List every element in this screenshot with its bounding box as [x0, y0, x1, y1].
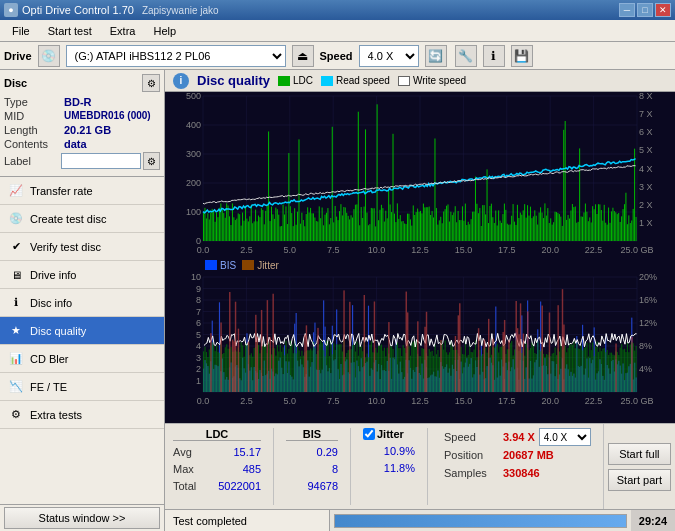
speed-label: Speed: [320, 50, 353, 62]
progress-track: 100.0%: [334, 514, 627, 528]
disc-title: Disc: [4, 77, 27, 89]
sidebar-item-create-test-disc[interactable]: 💿 Create test disc: [0, 205, 164, 233]
info-button[interactable]: ℹ: [483, 45, 505, 67]
transfer-rate-icon: 📈: [8, 183, 24, 199]
eject-button[interactable]: ⏏: [292, 45, 314, 67]
disc-options-button[interactable]: ⚙: [142, 74, 160, 92]
separator-2: [350, 428, 351, 505]
progress-fill: [335, 515, 626, 527]
app-icon: ●: [4, 3, 18, 17]
disc-mid-val: UMEBDR016 (000): [64, 110, 151, 122]
progress-container: 100.0%: [330, 510, 631, 531]
legend-jitter: Jitter: [242, 260, 279, 271]
disc-header: Disc ⚙: [4, 74, 160, 92]
ldc-avg-row: Avg 15.17: [173, 443, 261, 460]
nav-label-drive-info: Drive info: [30, 269, 76, 281]
jitter-max-row: 11.8%: [363, 459, 415, 476]
progress-label: 100.0%: [463, 527, 497, 528]
menu-help[interactable]: Help: [145, 23, 184, 39]
legend-read-speed-label: Read speed: [336, 75, 390, 86]
samples-row: Samples 330846: [444, 464, 591, 482]
sidebar-item-drive-info[interactable]: 🖥 Drive info: [0, 261, 164, 289]
ldc-max-row: Max 485: [173, 460, 261, 477]
label-icon-button[interactable]: ⚙: [143, 152, 160, 170]
separator-3: [427, 428, 428, 505]
status-text: Test completed: [165, 510, 330, 531]
sidebar-item-cd-bler[interactable]: 📊 CD Bler: [0, 345, 164, 373]
avg-label: Avg: [173, 446, 205, 458]
sidebar-item-verify-test-disc[interactable]: ✔ Verify test disc: [0, 233, 164, 261]
menu-extra[interactable]: Extra: [102, 23, 144, 39]
bis-stats: BIS 0.29 8 94678: [286, 428, 338, 505]
verify-test-disc-icon: ✔: [8, 239, 24, 255]
speed-row: Speed 3.94 X 4.0 X: [444, 428, 591, 446]
status-window-button[interactable]: Status window >>: [4, 507, 160, 529]
ldc-stats: LDC Avg 15.17 Max 485 Total 5022001: [173, 428, 261, 505]
menu-file[interactable]: File: [4, 23, 38, 39]
jitter-color-box: [242, 260, 254, 270]
bis-avg-row: 0.29: [286, 443, 338, 460]
sidebar-item-disc-info[interactable]: ℹ Disc info: [0, 289, 164, 317]
ldc-max-val: 485: [209, 463, 261, 475]
sidebar: Disc ⚙ Type BD-R MID UMEBDR016 (000) Len…: [0, 70, 165, 531]
nav-label-disc-quality: Disc quality: [30, 325, 86, 337]
disc-contents-row: Contents data: [4, 138, 160, 150]
bis-avg-val: 0.29: [286, 446, 338, 458]
create-test-disc-icon: 💿: [8, 211, 24, 227]
drive-select[interactable]: (G:) ATAPI iHBS112 2 PL06: [66, 45, 286, 67]
refresh-button[interactable]: 🔄: [425, 45, 447, 67]
jitter-checkbox[interactable]: [363, 428, 375, 440]
bis-total-val: 94678: [286, 480, 338, 492]
speed-select[interactable]: 4.0 X 8.0 X: [359, 45, 419, 67]
bis-max-row: 8: [286, 460, 338, 477]
bis-max-val: 8: [286, 463, 338, 475]
legend-ldc: LDC: [278, 75, 313, 86]
disc-type-row: Type BD-R: [4, 96, 160, 108]
legend-read-speed: Read speed: [321, 75, 390, 86]
sidebar-item-fe-te[interactable]: 📉 FE / TE: [0, 373, 164, 401]
bis-total-row: 94678: [286, 477, 338, 494]
quality-title: Disc quality: [197, 73, 270, 88]
legend-ldc-label: LDC: [293, 75, 313, 86]
separator-1: [273, 428, 274, 505]
title-bar-controls[interactable]: ─ □ ✕: [619, 3, 671, 17]
maximize-button[interactable]: □: [637, 3, 653, 17]
ldc-header: LDC: [173, 428, 261, 441]
close-button[interactable]: ✕: [655, 3, 671, 17]
disc-panel: Disc ⚙ Type BD-R MID UMEBDR016 (000) Len…: [0, 70, 164, 177]
legend-jitter-label: Jitter: [257, 260, 279, 271]
title-bar: ● Opti Drive Control 1.70 Zapisywanie ja…: [0, 0, 675, 20]
charts-area: BIS Jitter: [165, 92, 675, 423]
drive-icon-button[interactable]: 💿: [38, 45, 60, 67]
disc-label-input[interactable]: [61, 153, 141, 169]
quality-header: i Disc quality LDC Read speed Write spee…: [165, 70, 675, 92]
ldc-total-val: 5022001: [209, 480, 261, 492]
sidebar-item-extra-tests[interactable]: ⚙ Extra tests: [0, 401, 164, 429]
nav-label-transfer-rate: Transfer rate: [30, 185, 93, 197]
nav-label-verify-test-disc: Verify test disc: [30, 241, 101, 253]
sidebar-item-disc-quality[interactable]: ★ Disc quality: [0, 317, 164, 345]
ldc-avg-val: 15.17: [209, 446, 261, 458]
nav-list: 📈 Transfer rate 💿 Create test disc ✔ Ver…: [0, 177, 164, 429]
app-title: Opti Drive Control 1.70: [22, 4, 134, 16]
speed-select-stats[interactable]: 4.0 X: [539, 428, 591, 446]
start-part-button[interactable]: Start part: [608, 469, 671, 491]
start-full-button[interactable]: Start full: [608, 443, 671, 465]
minimize-button[interactable]: ─: [619, 3, 635, 17]
disc-label-row: Label ⚙: [4, 152, 160, 170]
settings-button[interactable]: 🔧: [455, 45, 477, 67]
write-speed-color-box: [398, 76, 410, 86]
legend-write-speed-label: Write speed: [413, 75, 466, 86]
menu-start-test[interactable]: Start test: [40, 23, 100, 39]
save-button[interactable]: 💾: [511, 45, 533, 67]
drive-info-icon: 🖥: [8, 267, 24, 283]
disc-label-key: Label: [4, 155, 59, 167]
speed-key: Speed: [444, 431, 499, 443]
legend-write-speed: Write speed: [398, 75, 466, 86]
main-layout: Disc ⚙ Type BD-R MID UMEBDR016 (000) Len…: [0, 70, 675, 531]
disc-type-val: BD-R: [64, 96, 92, 108]
nav-label-create-test-disc: Create test disc: [30, 213, 106, 225]
time-display: 29:24: [631, 515, 675, 527]
sidebar-item-transfer-rate[interactable]: 📈 Transfer rate: [0, 177, 164, 205]
bottom-stats: LDC Avg 15.17 Max 485 Total 5022001: [165, 423, 675, 509]
